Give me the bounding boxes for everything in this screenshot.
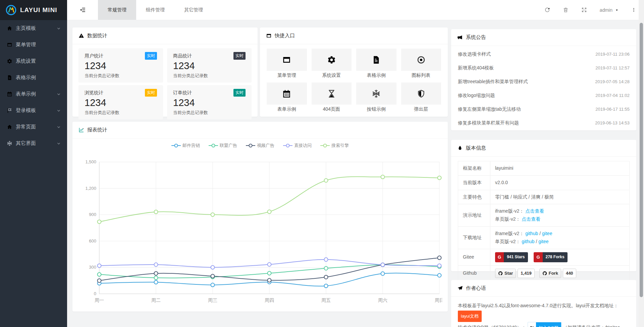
home-icon: [7, 25, 12, 31]
tab-other-management[interactable]: 其它管理: [174, 0, 213, 20]
octocat-icon: [498, 271, 503, 276]
sidebar-item-label: 异常页面: [16, 124, 56, 130]
announcement-item[interactable]: 修改选项卡样式 2019-07-11 23:06: [458, 47, 630, 61]
github-link[interactable]: github: [525, 231, 538, 236]
menu-fold-button[interactable]: [67, 0, 98, 20]
outdent-icon: [79, 7, 86, 13]
sidebar-item-other-pages[interactable]: 其它界面: [0, 135, 67, 152]
announcement-date: 2019-06-17 11:55: [595, 107, 630, 112]
page-scrollbar[interactable]: [639, 0, 644, 327]
announcement-item[interactable]: 新增treetable插件和菜单管理样式 2019-07-05 14:28: [458, 75, 630, 89]
stat-box-products[interactable]: 商品统计实时 1234 当前分类总记录数: [167, 48, 252, 83]
flag-icon: [7, 108, 12, 113]
quick-entry-table-demo[interactable]: 表格示例: [356, 49, 396, 79]
caret-down-icon: [615, 8, 619, 12]
github-fork-count[interactable]: 440: [563, 269, 576, 278]
legend-marker-icon: [171, 144, 181, 148]
sidebar-item-system-settings[interactable]: 系统设置: [0, 53, 67, 69]
svg-text:周三: 周三: [208, 297, 217, 303]
tab-component-management[interactable]: 组件管理: [136, 0, 174, 20]
join-qq-group-badge[interactable]: 加入QQ群: [528, 322, 561, 327]
table-row: 演示地址 iframe版-v2： 点击查看 单页版-v2： 点击查看: [458, 204, 630, 227]
quick-entry-404-page[interactable]: 404页面: [312, 83, 352, 113]
user-menu[interactable]: admin: [600, 7, 619, 13]
status-badge: 实时: [233, 89, 246, 97]
quick-entry-button-demo[interactable]: 按钮示例: [356, 83, 396, 113]
legend-item[interactable]: 视频广告: [246, 143, 274, 149]
calendar-icon: [7, 91, 12, 97]
legend-item[interactable]: 联盟广告: [209, 143, 237, 149]
chevron-down-icon: [56, 125, 61, 129]
chevron-down-icon: [56, 108, 61, 113]
chart-legend: 邮件营销联盟广告视频广告直接访问搜索引擎: [72, 139, 448, 153]
demo-link[interactable]: 点击查看: [522, 216, 540, 222]
svg-text:600: 600: [89, 238, 96, 243]
file-icon: [372, 55, 381, 64]
more-dots-icon[interactable]: [632, 7, 636, 12]
demo-link[interactable]: 点击查看: [525, 208, 544, 214]
announcement-item[interactable]: 修改logo缩放问题 2019-07-04 11:02: [458, 89, 630, 102]
quick-entry-card: 快捷入口 菜单管理 系统设置 表格示例 图标列表 表单示例 404页面 按钮: [260, 28, 448, 117]
fullscreen-icon[interactable]: [581, 7, 587, 13]
trash-icon[interactable]: [563, 7, 569, 13]
stat-box-orders[interactable]: 订单统计实时 1234 当前分类总记录数: [167, 85, 252, 119]
sidebar-item-menu-management[interactable]: 菜单管理: [0, 37, 67, 53]
scrollbar-thumb[interactable]: [640, 23, 643, 297]
quick-entry-form-demo[interactable]: 表单示例: [267, 83, 307, 113]
fire-icon: [457, 145, 463, 151]
quick-entry-menu-management[interactable]: 菜单管理: [267, 49, 307, 79]
hourglass-icon: [327, 89, 336, 98]
announcements-card: 系统公告 修改选项卡样式 2019-07-11 23:06 新增系统404模板 …: [451, 29, 636, 130]
shield-icon: [417, 89, 426, 98]
legend-item[interactable]: 搜索引擎: [320, 143, 349, 149]
announcement-item[interactable]: 修复左侧菜单缩放tab无法移动 2019-06-17 11:55: [458, 102, 630, 116]
quick-entry-popup-layer[interactable]: 弹出层: [401, 83, 441, 113]
chevron-down-icon: [56, 26, 61, 31]
github-fork-button[interactable]: Fork: [539, 269, 561, 278]
line-chart-icon: [78, 127, 84, 133]
legend-marker-icon: [209, 144, 218, 148]
sidebar: LAYUI MINI 主页模板 菜单管理 系统设置 表格示例 表单示例 登录模板…: [0, 0, 67, 327]
author-text: 本模板基于layui2.5.4以及font-awesome-4.7.0进行实现。…: [451, 297, 636, 327]
gitee-link[interactable]: gitee: [542, 231, 552, 236]
stat-caption: 当前分类总记录数: [85, 73, 157, 79]
sidebar-item-table-demo[interactable]: 表格示例: [0, 69, 67, 86]
quick-entry-system-settings[interactable]: 系统设置: [312, 49, 352, 79]
sidebar-item-form-demo[interactable]: 表单示例: [0, 86, 67, 102]
cogs-icon: [7, 58, 12, 64]
announcement-date: 2019-07-04 11:02: [595, 93, 630, 98]
table-row: 框架名称 layuimini: [458, 161, 630, 176]
file-icon: [7, 75, 12, 80]
window-icon: [266, 33, 272, 39]
legend-item[interactable]: 直接访问: [283, 143, 312, 149]
sidebar-item-login-template[interactable]: 登录模板: [0, 102, 67, 119]
window-icon: [7, 42, 12, 48]
username: admin: [600, 7, 612, 13]
svg-text:周一: 周一: [95, 297, 104, 303]
gitee-stars-badge[interactable]: G941 Stars: [495, 252, 528, 262]
tab-general-management[interactable]: 常规管理: [98, 0, 136, 20]
legend-item[interactable]: 邮件营销: [171, 143, 200, 149]
report-stats-card: 报表统计 邮件营销联盟广告视频广告直接访问搜索引擎 03006009001,20…: [72, 122, 448, 312]
sidebar-item-home-template[interactable]: 主页模板: [0, 20, 67, 37]
status-badge: 实时: [233, 52, 246, 60]
refresh-icon[interactable]: [544, 7, 550, 13]
gitee-icon: G: [534, 252, 542, 262]
legend-marker-icon: [320, 144, 330, 148]
gitee-link[interactable]: gitee: [538, 239, 548, 244]
stat-box-users[interactable]: 用户统计实时 1234 当前分类总记录数: [78, 48, 163, 83]
gitee-forks-badge[interactable]: G278 Forks: [534, 252, 567, 262]
quick-entry-icon-list[interactable]: 图标列表: [401, 49, 441, 79]
sidebar-item-label: 表单示例: [16, 91, 56, 97]
announcement-item[interactable]: 新增系统404模板 2019-07-11 12:57: [458, 61, 630, 75]
github-link[interactable]: github: [522, 239, 534, 244]
announcement-item[interactable]: 修复多模块菜单栏展开有问题 2019-06-13 14:53: [458, 116, 630, 130]
layui-doc-badge[interactable]: layui文档: [458, 311, 482, 322]
stat-box-views[interactable]: 浏览统计实时 1234 当前分类总记录数: [78, 85, 163, 119]
github-star-button[interactable]: Star: [495, 269, 516, 278]
snowflake-icon: [372, 89, 381, 98]
logo[interactable]: LAYUI MINI: [0, 0, 67, 20]
status-badge: 实时: [145, 89, 157, 97]
github-star-count[interactable]: 1,419: [518, 269, 535, 278]
sidebar-item-error-pages[interactable]: 异常页面: [0, 119, 67, 135]
